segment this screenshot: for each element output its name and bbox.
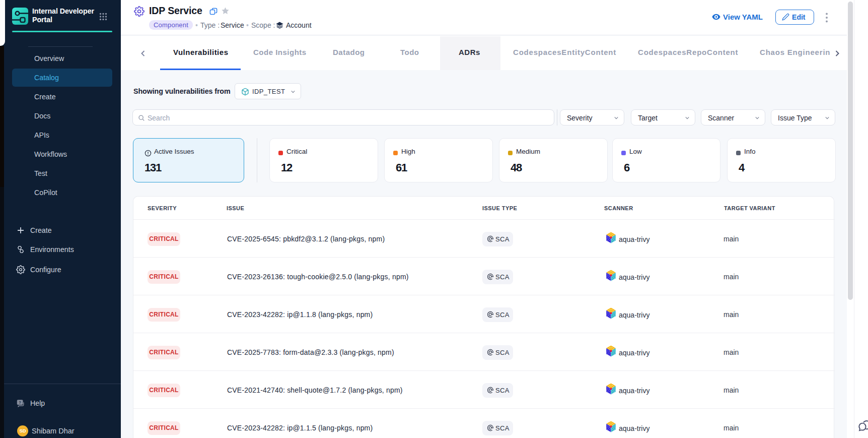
svg-text:?: ? [19, 400, 21, 405]
